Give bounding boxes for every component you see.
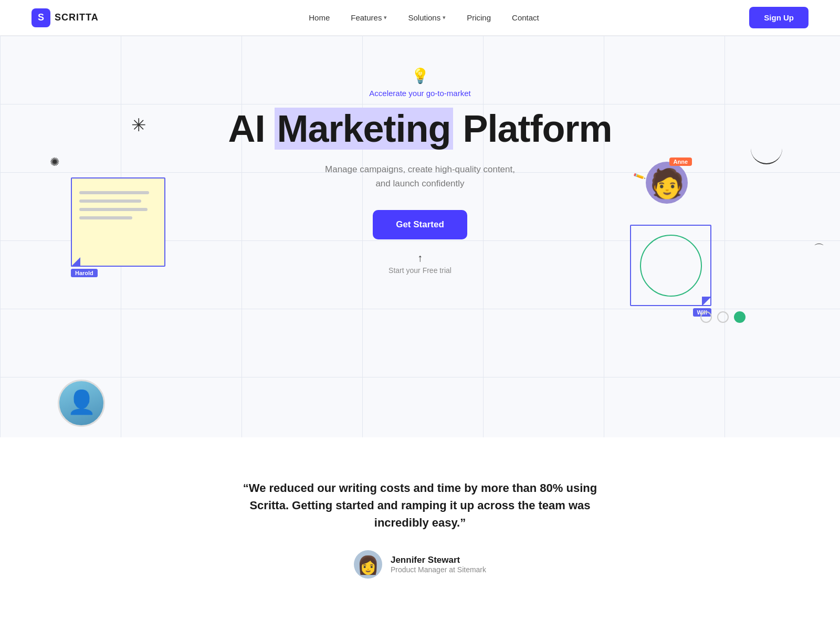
get-started-button[interactable]: Get Started [373, 210, 467, 239]
testimonial-info: Jennifer Stewart Product Manager at Site… [391, 555, 486, 574]
nav-solutions[interactable]: Solutions ▾ [408, 13, 446, 22]
up-arrow-icon: ↑ [417, 252, 423, 264]
testimonial-person: Jennifer Stewart Product Manager at Site… [32, 550, 808, 579]
testimonial-role: Product Manager at Sitemark [391, 565, 486, 574]
free-trial-area: ↑ Start your Free trial [388, 252, 452, 275]
nav-features[interactable]: Features ▾ [351, 13, 387, 22]
solutions-chevron-icon: ▾ [443, 14, 446, 21]
features-chevron-icon: ▾ [384, 14, 387, 21]
nav-contact[interactable]: Contact [512, 13, 539, 22]
hero-subtitle: Manage campaigns, create high-quality co… [325, 162, 515, 191]
signup-button[interactable]: Sign Up [749, 7, 808, 28]
nav-links: Home Features ▾ Solutions ▾ Pricing Cont… [309, 13, 539, 22]
logo-icon: S [32, 8, 50, 27]
status-dot-half [717, 311, 729, 323]
tagline-icon: 💡 [411, 67, 429, 85]
hero-content: 💡 Accelerate your go-to-market AI Market… [0, 36, 840, 275]
hero-section: 💡 Accelerate your go-to-market AI Market… [0, 36, 840, 437]
testimonial-name: Jennifer Stewart [391, 555, 486, 565]
navbar: S SCRITTA Home Features ▾ Solutions ▾ Pr… [0, 0, 840, 36]
jennifer-avatar [354, 550, 382, 579]
will-corner-decoration [702, 297, 711, 306]
harold-avatar [58, 380, 105, 427]
hero-tagline: Accelerate your go-to-market [369, 89, 470, 98]
nav-home[interactable]: Home [309, 13, 330, 22]
status-dots [700, 311, 746, 323]
nav-pricing[interactable]: Pricing [467, 13, 491, 22]
testimonial-quote: “We reduced our writing costs and time b… [231, 479, 609, 531]
hero-title-highlight: Marketing [275, 108, 453, 150]
logo[interactable]: S SCRITTA [32, 8, 99, 27]
status-dot-empty [700, 311, 712, 323]
logo-text: SCRITTA [55, 12, 99, 23]
testimonial-section: “We reduced our writing costs and time b… [0, 437, 840, 621]
free-trial-label: Start your Free trial [388, 266, 452, 275]
status-dot-full [734, 311, 746, 323]
hero-title: AI Marketing Platform [228, 108, 612, 150]
